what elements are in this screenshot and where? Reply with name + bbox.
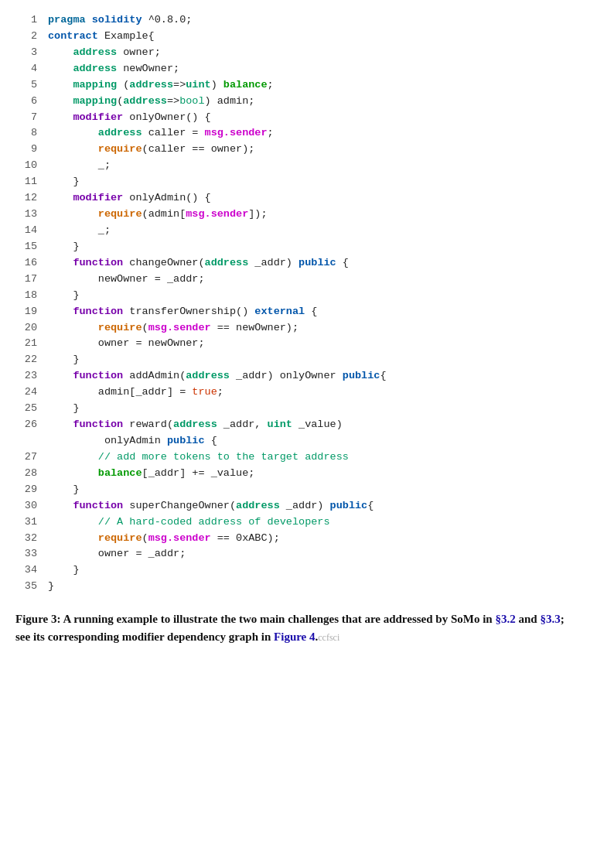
code-line: 6 mapping(address=>bool) admin; (15, 94, 582, 110)
plain-token: } (48, 354, 80, 365)
code-line: 32 require(msg.sender == 0xABC); (15, 531, 582, 547)
line-content: address caller = msg.sender; (48, 125, 582, 142)
line-content: } (48, 174, 582, 190)
msg-sender-token: msg.sender (148, 532, 211, 544)
plain-token: owner; (117, 46, 161, 58)
plain-token: _; (48, 224, 111, 236)
line-content: // add more tokens to the target address (48, 449, 582, 466)
kw-address-token: address (205, 257, 249, 268)
kw-require-token: require (98, 322, 142, 333)
plain-token (48, 46, 73, 58)
line-content: } (48, 579, 582, 595)
plain-token: transferOwnership() (123, 306, 254, 317)
kw-modifier-token: modifier (73, 192, 123, 203)
plain-token (48, 500, 73, 511)
plain-token: } (48, 484, 80, 495)
line-number: 9 (15, 142, 37, 158)
line-content: pragma solidity ^0.8.0; (48, 12, 582, 29)
line-number: 33 (15, 546, 37, 562)
plain-token (48, 143, 98, 155)
code-block: 1pragma solidity ^0.8.0;2contract Exampl… (15, 8, 582, 600)
plain-token (86, 14, 92, 26)
code-line: 17 newOwner = _addr; (15, 272, 582, 288)
code-line: 1pragma solidity ^0.8.0; (15, 12, 582, 29)
figure-caption: Figure 3: A running example to illustrat… (15, 610, 582, 645)
plain-token: addAdmin( (123, 370, 186, 381)
kw-public-token: public (343, 370, 380, 381)
code-line: 10 _; (15, 158, 582, 174)
plain-token: ; (268, 127, 274, 138)
plain-token: ]); (248, 208, 267, 220)
plain-token: { (305, 306, 317, 317)
line-content: function reward(address _addr, uint _val… (48, 417, 582, 433)
kw-function-token: function (73, 370, 123, 381)
msg-sender-token: msg.sender (186, 208, 248, 220)
plain-token: onlyAdmin (48, 435, 167, 446)
plain-token: ) (211, 79, 223, 91)
plain-token: ( (142, 532, 148, 544)
plain-token: } (48, 580, 54, 592)
line-number: 10 (15, 158, 37, 174)
plain-token: } (48, 176, 80, 187)
plain-token (48, 306, 73, 317)
code-line: 26 function reward(address _addr, uint _… (15, 417, 582, 433)
code-line: 27 // add more tokens to the target addr… (15, 449, 582, 466)
plain-token: reward( (123, 419, 173, 430)
plain-token: _; (48, 159, 111, 171)
code-line: 3 address owner; (15, 45, 582, 61)
kw-require-token: require (98, 208, 142, 220)
line-number: 24 (15, 384, 37, 401)
plain-token (48, 467, 98, 479)
plain-token: ) admin; (205, 95, 255, 107)
msg-sender-token: msg.sender (148, 322, 211, 333)
line-content: newOwner = _addr; (48, 272, 582, 288)
comment-token: // add more tokens to the target address (98, 451, 349, 463)
plain-token: ; (217, 386, 223, 398)
plain-token (48, 532, 98, 544)
line-number: 4 (15, 61, 37, 77)
line-content: owner = _addr; (48, 546, 582, 562)
plain-token: } (48, 289, 80, 301)
line-number: 1 (15, 12, 37, 29)
plain-token: _addr, (217, 419, 268, 430)
line-number: 8 (15, 125, 37, 142)
plain-token: ^0.8.0; (142, 14, 193, 26)
line-content: _; (48, 158, 582, 174)
plain-token: { (205, 435, 217, 446)
kw-mapping-token: mapping (73, 79, 117, 91)
plain-token (48, 451, 98, 463)
code-line: 20 require(msg.sender == newOwner); (15, 320, 582, 337)
line-number: 35 (15, 579, 37, 595)
kw-solidity-token: solidity (92, 14, 142, 26)
kw-balance-token: balance (223, 79, 268, 91)
kw-address-token: address (98, 127, 142, 138)
plain-token: _value) (292, 419, 343, 430)
line-content: require(admin[msg.sender]); (48, 207, 582, 223)
plain-token (48, 192, 73, 203)
line-number: 29 (15, 482, 37, 498)
line-number: 12 (15, 190, 37, 207)
line-content: } (48, 239, 582, 255)
kw-bool-token: bool (179, 95, 204, 107)
code-line: 21 owner = newOwner; (15, 336, 582, 352)
plain-token: (caller == owner); (142, 143, 255, 155)
line-number: 13 (15, 207, 37, 223)
line-content: address newOwner; (48, 61, 582, 77)
code-line: 24 admin[_addr] = true; (15, 384, 582, 401)
code-line: 2contract Example{ (15, 29, 582, 45)
code-line: 30 function superChangeOwner(address _ad… (15, 498, 582, 514)
line-content: require(msg.sender == newOwner); (48, 320, 582, 337)
plain-token (48, 419, 73, 430)
line-content: } (48, 288, 582, 304)
plain-token (48, 79, 73, 91)
line-content: modifier onlyOwner() { (48, 110, 582, 126)
code-line: 33 owner = _addr; (15, 546, 582, 562)
line-number: 20 (15, 320, 37, 337)
plain-token: == newOwner); (211, 322, 298, 333)
kw-address-token: address (123, 95, 167, 107)
code-line: onlyAdmin public { (15, 433, 582, 449)
code-line: 9 require(caller == owner); (15, 142, 582, 158)
plain-token: onlyOwner() { (123, 111, 210, 123)
kw-mapping-token: mapping (73, 95, 117, 107)
line-number: 23 (15, 368, 37, 384)
